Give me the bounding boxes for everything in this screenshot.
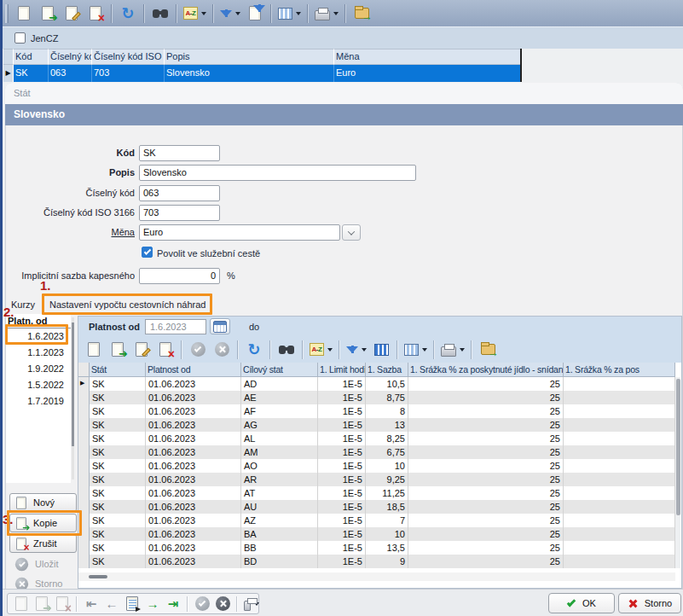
storno-button[interactable]: Storno <box>618 593 681 613</box>
rates-row[interactable]: SK01.06.2023AE1E-58,7525 <box>78 391 675 404</box>
rates-row[interactable]: SK01.06.2023BB1E-513,525 <box>78 541 675 555</box>
filter-list-button[interactable] <box>243 3 267 25</box>
mena-dropdown-button[interactable] <box>342 224 361 241</box>
country-row-selected[interactable]: ▶ SK 063 703 Slovensko Euro <box>3 65 520 82</box>
rates-row[interactable]: SK01.06.2023BD1E-5925 <box>78 555 675 568</box>
nav-previous-button[interactable]: ← <box>101 595 122 613</box>
nav-detail-button[interactable] <box>122 595 142 613</box>
columns-button[interactable] <box>275 3 304 25</box>
rates-hscrollbar[interactable] <box>78 572 675 581</box>
platnost-od-field[interactable]: 1.6.2023 <box>145 319 206 334</box>
rates-col-header[interactable]: Cílový stat <box>241 363 318 377</box>
toolbar-grip[interactable] <box>5 4 9 23</box>
rates-vscrollbar-thumb[interactable] <box>676 379 680 515</box>
rates-print-button[interactable] <box>438 339 467 361</box>
ok-button[interactable]: OK <box>548 593 615 613</box>
sort-button[interactable]: A-Z <box>181 3 209 25</box>
nav-delete-button[interactable]: × <box>52 595 72 613</box>
rates-row[interactable]: SK01.06.2023AF1E-5825 <box>78 404 675 418</box>
period-item[interactable]: 1.7.2019 <box>6 393 71 410</box>
period-item[interactable]: 1.9.2022 <box>6 361 71 377</box>
rates-sort-button[interactable]: A-Z <box>307 339 335 361</box>
periods-header[interactable]: Platn. od <box>6 314 71 328</box>
kod-field[interactable]: SK <box>139 145 220 161</box>
jencz-checkbox[interactable] <box>14 32 26 44</box>
sazba-field[interactable]: 0 <box>139 268 220 284</box>
kopie-button[interactable]: ➜Kopie <box>9 514 77 532</box>
tab-nastaveni-nahrad[interactable]: Nastavení vypočtu cestovních náhrad <box>49 299 205 310</box>
nav-cancel-button[interactable] <box>212 595 233 613</box>
rates-row[interactable]: SK01.06.2023AL1E-58,2525 <box>78 432 675 445</box>
rates-new-button[interactable] <box>82 339 106 361</box>
povolit-checkbox[interactable] <box>142 247 153 258</box>
ulozit-button[interactable]: Uložit <box>9 555 77 573</box>
nav-print-button[interactable] <box>241 595 262 613</box>
rates-col-header[interactable]: Platnost od <box>146 363 241 377</box>
popis-field[interactable]: Slovensko <box>139 165 416 181</box>
ciselny-kod-field[interactable]: 063 <box>139 185 220 201</box>
filter-button[interactable] <box>217 3 243 25</box>
new-button[interactable] <box>12 3 36 25</box>
open-button[interactable]: ➜ <box>36 3 60 25</box>
rates-filter-chart-button[interactable] <box>369 339 393 361</box>
rates-col-header[interactable]: Stát <box>90 363 146 377</box>
col-header-popis[interactable]: Popis <box>165 49 334 65</box>
calendar-button[interactable] <box>210 318 230 334</box>
rates-refresh-button[interactable]: ↻ <box>242 339 266 361</box>
period-item[interactable]: 1.1.2023 <box>6 345 71 361</box>
rates-col-header[interactable]: 1. Limit hodin <box>318 363 366 377</box>
export-button[interactable]: → <box>350 3 373 25</box>
nav-next-button[interactable]: → <box>142 595 163 613</box>
rates-row[interactable]: ▶SK01.06.2023AD1E-510,525 <box>78 377 675 391</box>
rates-col-header[interactable]: 1. Srážka % za pos <box>564 363 675 377</box>
period-item[interactable]: 1.6.2023 <box>6 328 71 345</box>
nav-first-button[interactable]: ⇤ <box>81 595 101 613</box>
search-button[interactable] <box>148 3 172 25</box>
mena-field[interactable]: Euro <box>139 224 340 241</box>
zrusit-button[interactable]: ×Zrušit <box>9 534 77 553</box>
rates-row[interactable]: SK01.06.2023AR1E-59,2525 <box>78 473 675 486</box>
rates-row[interactable]: SK01.06.2023AZ1E-5725 <box>78 514 675 527</box>
rates-columns-button[interactable] <box>402 339 430 361</box>
col-header-iso[interactable]: Číselný kód ISO 3166 <box>92 49 165 65</box>
col-header-kod[interactable]: Kód <box>14 49 49 65</box>
col-header-ciselny-kod[interactable]: Číselný kód <box>49 49 92 65</box>
rates-cancel-button[interactable] <box>210 339 234 361</box>
rates-col-header[interactable]: 1. Srážka % za poskytnuté jídlo - snídan… <box>408 363 564 377</box>
rates-row[interactable]: SK01.06.2023AG1E-51325 <box>78 418 675 432</box>
rates-export-button[interactable]: → <box>476 339 500 361</box>
rates-row[interactable]: SK01.06.2023AU1E-518,525 <box>78 500 675 514</box>
row-marker-cell <box>78 391 90 404</box>
rates-col-header[interactable]: 1. Sazba <box>366 363 408 377</box>
rates-delete-button[interactable]: × <box>153 339 177 361</box>
nav-new-button[interactable] <box>11 595 32 613</box>
period-item[interactable]: 1.5.2022 <box>6 377 71 393</box>
rates-cell <box>564 514 675 527</box>
rates-edit-button[interactable] <box>130 339 153 361</box>
tab-kurzy[interactable]: Kurzy <box>11 299 35 310</box>
rates-filter-button[interactable] <box>344 339 369 361</box>
rates-open-button[interactable]: ➜ <box>106 339 130 361</box>
binoculars-icon <box>279 345 294 355</box>
rates-search-button[interactable] <box>275 339 298 361</box>
print-button[interactable] <box>312 3 341 25</box>
rates-apply-button[interactable] <box>186 339 210 361</box>
mena-label[interactable]: Měna <box>7 227 135 237</box>
novy-button[interactable]: Nový <box>9 493 77 512</box>
separator <box>433 340 435 359</box>
delete-button[interactable]: × <box>84 3 107 25</box>
rates-row[interactable]: SK01.06.2023AM1E-56,7525 <box>78 445 675 459</box>
nav-open-button[interactable]: ➜ <box>32 595 52 613</box>
periods-scrollbar-thumb[interactable] <box>72 323 74 446</box>
iso-field[interactable]: 703 <box>139 205 220 221</box>
nav-apply-button[interactable] <box>192 595 212 613</box>
col-header-mena[interactable]: Měna <box>334 49 520 65</box>
nav-last-button[interactable]: ⇥ <box>163 595 183 613</box>
rates-row[interactable]: SK01.06.2023AT1E-511,2525 <box>78 486 675 500</box>
rates-cell: 01.06.2023 <box>146 445 241 459</box>
rates-row[interactable]: SK01.06.2023BA1E-51025 <box>78 527 675 541</box>
edit-button[interactable] <box>60 3 84 25</box>
refresh-button[interactable]: ↻ <box>116 3 140 25</box>
rates-hscrollbar-thumb[interactable] <box>89 575 107 578</box>
rates-row[interactable]: SK01.06.2023AO1E-51025 <box>78 459 675 473</box>
